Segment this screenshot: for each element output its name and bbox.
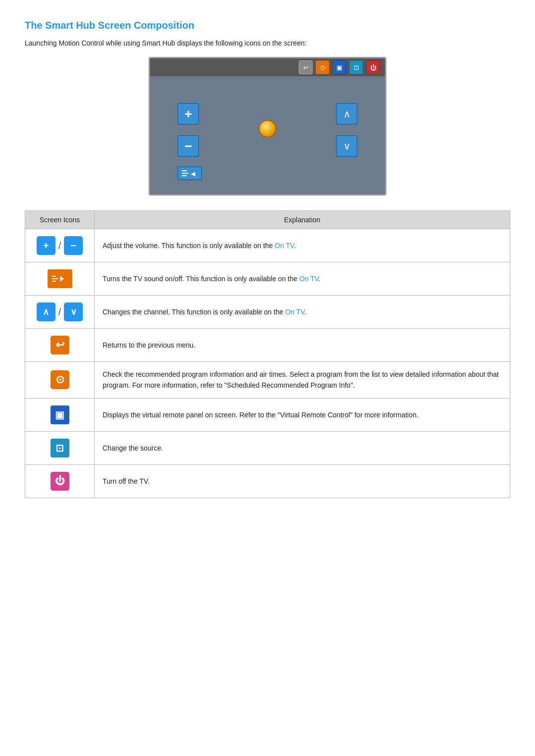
- desc-source: Change the source.: [103, 444, 163, 452]
- icon-cell-channel: ∧ / ∨: [25, 296, 95, 329]
- desc-cell-power: Turn off the TV.: [95, 464, 510, 498]
- tv-illustration: ↩ ⊙ ▣ ⊡ ⏻ + − ◀ ∧ ∨: [25, 57, 510, 196]
- desc-cell-source: Change the source.: [95, 431, 510, 464]
- vol-plus-sq: +: [37, 236, 55, 255]
- tv-schedule-btn: ⊙: [316, 60, 329, 74]
- table-row: + / − Adjust the volume. This function i…: [25, 229, 510, 262]
- on-tv-link-channel[interactable]: On TV: [285, 308, 305, 316]
- desc-schedule: Check the recommended program informatio…: [103, 370, 499, 389]
- source-sq-icon: ⊡: [51, 439, 69, 457]
- col-header-icons: Screen Icons: [25, 211, 95, 229]
- power-sq-icon: ⏻: [51, 472, 69, 491]
- desc-virtual-remote: Displays the virtual remote panel on scr…: [103, 411, 419, 419]
- col-header-explanation: Explanation: [95, 211, 510, 229]
- tv-source-btn: ⊡: [349, 60, 363, 74]
- desc-cell-virtual-remote: Displays the virtual remote panel on scr…: [95, 398, 510, 431]
- desc-cell-schedule: Check the recommended program informatio…: [95, 362, 510, 399]
- tv-remote-btn: ▣: [332, 60, 346, 74]
- icon-cell-schedule: ⊙: [25, 362, 95, 399]
- tv-top-bar: ↩ ⊙ ▣ ⊡ ⏻: [150, 58, 385, 76]
- table-row: ⊙ Check the recommended program informat…: [25, 362, 510, 399]
- icon-cell-return: ↩: [25, 329, 95, 362]
- vol-plus-icon: +: [177, 103, 199, 125]
- ch-down-icon: ∨: [336, 135, 358, 157]
- svg-marker-7: [60, 276, 64, 282]
- desc-power: Turn off the TV.: [103, 477, 150, 485]
- table-row: ▣ Displays the virtual remote panel on s…: [25, 398, 510, 431]
- table-row: ⊡ Change the source.: [25, 431, 510, 464]
- desc-cell-channel: Changes the channel. This function is on…: [95, 296, 510, 329]
- info-table: Screen Icons Explanation + / − Adjust th…: [25, 210, 510, 498]
- desc-volume: Adjust the volume. This function is only…: [103, 242, 296, 250]
- desc-cell-return: Returns to the previous menu.: [95, 329, 510, 362]
- desc-cell-mute: Turns the TV sound on/off. This function…: [95, 262, 510, 296]
- icon-cell-mute: [25, 262, 95, 296]
- desc-channel: Changes the channel. This function is on…: [103, 308, 306, 316]
- return-sq-icon: ↩: [51, 336, 69, 354]
- virtual-remote-sq-icon: ▣: [51, 405, 69, 424]
- on-tv-link-volume[interactable]: On TV: [275, 242, 294, 250]
- slash-sep: /: [58, 240, 61, 252]
- page-title: The Smart Hub Screen Composition: [25, 20, 510, 31]
- icon-cell-virtual-remote: ▣: [25, 398, 95, 431]
- slash-sep2: /: [58, 306, 61, 318]
- ch-down-sq: ∨: [64, 302, 83, 321]
- tv-power-btn: ⏻: [366, 60, 380, 74]
- icon-cell-source: ⊡: [25, 431, 95, 464]
- desc-return: Returns to the previous menu.: [103, 341, 196, 349]
- svg-text:◀: ◀: [191, 170, 196, 177]
- desc-mute: Turns the TV sound on/off. This function…: [103, 275, 321, 283]
- tv-screen: ↩ ⊙ ▣ ⊡ ⏻ + − ◀ ∧ ∨: [149, 57, 386, 196]
- icon-cell-power: ⏻: [25, 464, 95, 498]
- table-row: ∧ / ∨ Changes the channel. This function…: [25, 296, 510, 329]
- table-row: ⏻ Turn off the TV.: [25, 464, 510, 498]
- volume-icons: + / −: [37, 236, 83, 255]
- intro-text: Launching Motion Control while using Sma…: [25, 39, 510, 47]
- vol-minus-sq: −: [64, 236, 83, 255]
- vol-minus-icon: −: [177, 135, 199, 157]
- desc-cell-volume: Adjust the volume. This function is only…: [95, 229, 510, 262]
- schedule-sq-icon: ⊙: [51, 370, 69, 389]
- tv-return-btn: ↩: [299, 60, 313, 74]
- mute-sq-icon: [48, 269, 72, 288]
- icon-cell-volume: + / −: [25, 229, 95, 262]
- channel-icons: ∧ / ∨: [37, 302, 83, 321]
- ch-up-sq: ∧: [37, 302, 55, 321]
- mute-icon: ◀: [177, 166, 202, 180]
- on-tv-link-mute[interactable]: On TV: [299, 275, 319, 283]
- ch-up-icon: ∧: [336, 103, 358, 125]
- table-row: Turns the TV sound on/off. This function…: [25, 262, 510, 296]
- table-row: ↩ Returns to the previous menu.: [25, 329, 510, 362]
- cursor-dot: [259, 120, 276, 138]
